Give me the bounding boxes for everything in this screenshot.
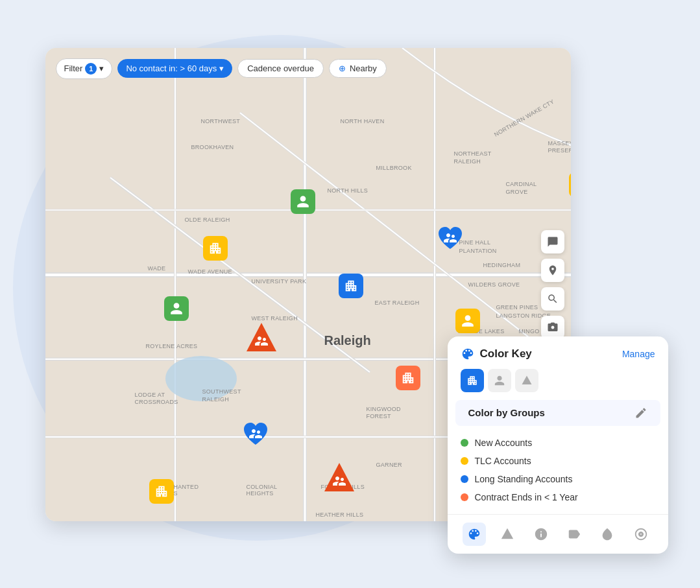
- color-key-title-text: Color Key: [480, 347, 532, 360]
- legend-long-standing: Long Standing Accounts: [461, 470, 655, 488]
- color-by-text: Color by Groups: [468, 407, 545, 418]
- new-accounts-label: New Accounts: [475, 438, 533, 448]
- legend-tlc-accounts: TLC Accounts: [461, 452, 655, 470]
- shape-tab[interactable]: [515, 369, 538, 392]
- yellow-building-marker-1[interactable]: [203, 236, 228, 261]
- svg-line-12: [240, 113, 532, 340]
- yellow-building-marker-2[interactable]: [569, 172, 571, 197]
- tlc-accounts-dot: [461, 457, 468, 465]
- zoom-control-button[interactable]: [541, 287, 564, 311]
- legend-new-accounts: New Accounts: [461, 434, 655, 452]
- svg-marker-20: [324, 463, 354, 491]
- color-key-title: Color Key: [461, 347, 532, 361]
- target-bottom-icon[interactable]: [629, 523, 653, 546]
- color-key-panel: Color Key Manage Color by Groups New Acc…: [448, 336, 668, 554]
- no-contact-label: No contact in: > 60 days: [126, 64, 217, 73]
- contract-ends-dot: [461, 493, 468, 501]
- palette-title-icon: [461, 347, 475, 361]
- svg-line-10: [110, 178, 370, 372]
- no-contact-chevron-icon: ▾: [219, 64, 224, 73]
- info-bottom-icon[interactable]: [529, 523, 553, 546]
- building-tab[interactable]: [461, 369, 484, 392]
- legend-contract-ends: Contract Ends in < 1 Year: [461, 488, 655, 506]
- map-controls: [541, 230, 564, 339]
- palette-bottom-icon[interactable]: [463, 523, 486, 546]
- long-standing-label: Long Standing Accounts: [475, 474, 573, 484]
- filter-bar: Filter 1 ▾ No contact in: > 60 days ▾ Ca…: [56, 58, 387, 79]
- color-key-tabs: [448, 366, 668, 400]
- pin-control-button[interactable]: [541, 259, 564, 282]
- legend-list: New Accounts TLC Accounts Long Standing …: [448, 426, 668, 514]
- new-accounts-dot: [461, 439, 468, 447]
- tlc-accounts-label: TLC Accounts: [475, 456, 531, 466]
- blue-heart-marker-1[interactable]: [435, 222, 466, 253]
- manage-button[interactable]: Manage: [622, 349, 655, 359]
- contract-ends-label: Contract Ends in < 1 Year: [475, 492, 578, 502]
- color-key-header: Color Key Manage: [448, 336, 668, 366]
- orange-triangle-marker-2[interactable]: [323, 462, 356, 493]
- chat-control-button[interactable]: [541, 230, 564, 253]
- svg-line-11: [110, 178, 370, 372]
- filter-badge: 1: [85, 63, 97, 75]
- filter-label: Filter: [64, 64, 83, 73]
- blue-building-marker-1[interactable]: [339, 274, 363, 298]
- blue-heart-marker-2[interactable]: [240, 417, 271, 449]
- drop-bottom-icon[interactable]: [596, 523, 619, 546]
- nearby-location-icon: ⊕: [339, 64, 346, 73]
- color-by-groups-row: Color by Groups: [455, 400, 660, 426]
- cadence-label: Cadence overdue: [247, 64, 314, 73]
- svg-line-13: [240, 113, 532, 340]
- orange-triangle-marker-1[interactable]: [245, 322, 278, 353]
- edit-icon[interactable]: [634, 406, 647, 419]
- tag-bottom-icon[interactable]: [562, 523, 586, 546]
- cadence-button[interactable]: Cadence overdue: [237, 59, 324, 78]
- filter-chevron-icon: ▾: [99, 64, 104, 73]
- camera-control-button[interactable]: [541, 316, 564, 339]
- filter-button[interactable]: Filter 1 ▾: [56, 58, 113, 79]
- green-person-marker-2[interactable]: [164, 296, 189, 321]
- person-tab[interactable]: [488, 369, 511, 392]
- green-person-marker-1[interactable]: [291, 189, 315, 214]
- no-contact-button[interactable]: No contact in: > 60 days ▾: [117, 59, 232, 78]
- yellow-building-marker-3[interactable]: [149, 479, 174, 504]
- triangle-bottom-icon[interactable]: [496, 523, 519, 546]
- outer-container: Filter 1 ▾ No contact in: > 60 days ▾ Ca…: [26, 16, 675, 573]
- orange-building-marker-1[interactable]: [396, 366, 420, 390]
- yellow-person-marker-1[interactable]: [455, 309, 480, 333]
- nearby-button[interactable]: ⊕ Nearby: [329, 59, 387, 78]
- svg-marker-19: [247, 323, 276, 351]
- long-standing-dot: [461, 475, 468, 483]
- nearby-label: Nearby: [350, 64, 377, 73]
- color-key-bottom-bar: [448, 514, 668, 554]
- svg-point-18: [165, 356, 237, 401]
